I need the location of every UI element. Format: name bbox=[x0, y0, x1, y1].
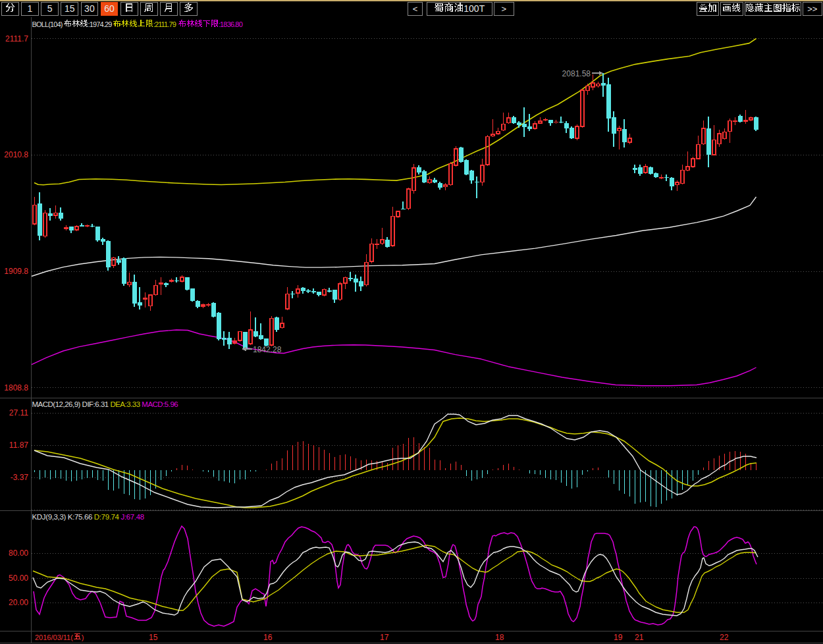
svg-text:>>: >> bbox=[807, 4, 817, 14]
svg-text:>: > bbox=[502, 4, 507, 14]
svg-text:22: 22 bbox=[720, 633, 729, 642]
svg-text:27.11: 27.11 bbox=[9, 408, 28, 417]
svg-text:J:67.48: J:67.48 bbox=[121, 513, 144, 521]
svg-text:16: 16 bbox=[263, 633, 273, 642]
svg-text:<: < bbox=[413, 4, 418, 14]
svg-text:1: 1 bbox=[28, 3, 33, 14]
svg-text:18: 18 bbox=[495, 633, 504, 642]
svg-text:2111.7: 2111.7 bbox=[5, 34, 28, 43]
svg-text:17: 17 bbox=[380, 633, 389, 642]
svg-text:15: 15 bbox=[65, 3, 75, 14]
svg-text:19: 19 bbox=[614, 633, 623, 642]
svg-text:-3.37: -3.37 bbox=[11, 473, 29, 482]
svg-text:1808.8: 1808.8 bbox=[4, 383, 28, 392]
svg-text:1909.8: 1909.8 bbox=[4, 267, 28, 276]
svg-text::2111.79: :2111.79 bbox=[153, 20, 176, 28]
svg-text:KDJ(9,3,3) K:75.66: KDJ(9,3,3) K:75.66 bbox=[32, 513, 93, 521]
svg-text:2016/03/11(: 2016/03/11( bbox=[35, 633, 73, 641]
svg-text:15: 15 bbox=[149, 633, 158, 642]
svg-text:2010.8: 2010.8 bbox=[4, 150, 28, 159]
svg-text:100T: 100T bbox=[464, 3, 485, 14]
svg-text:60: 60 bbox=[104, 3, 115, 14]
svg-text:20.00: 20.00 bbox=[9, 598, 28, 607]
svg-text:D:79.74: D:79.74 bbox=[94, 513, 120, 521]
svg-text:MACD:5.96: MACD:5.96 bbox=[142, 400, 178, 408]
svg-text:1842.28: 1842.28 bbox=[253, 345, 282, 354]
svg-text:): ) bbox=[82, 633, 84, 641]
svg-text:2081.58: 2081.58 bbox=[562, 69, 591, 78]
svg-text:50.00: 50.00 bbox=[9, 574, 28, 583]
svg-text:BOLL(104): BOLL(104) bbox=[32, 20, 63, 28]
svg-text:21: 21 bbox=[635, 633, 644, 642]
svg-text:5: 5 bbox=[47, 3, 53, 14]
svg-text:11.87: 11.87 bbox=[9, 441, 28, 450]
svg-text:DEA:3.33: DEA:3.33 bbox=[110, 400, 140, 408]
svg-text:80.00: 80.00 bbox=[9, 549, 28, 558]
svg-text::1974.29: :1974.29 bbox=[88, 20, 113, 28]
svg-text:MACD(12,26,9) DIF:6.31: MACD(12,26,9) DIF:6.31 bbox=[32, 400, 109, 408]
svg-text:30: 30 bbox=[84, 3, 95, 14]
svg-text::1836.80: :1836.80 bbox=[219, 20, 243, 28]
